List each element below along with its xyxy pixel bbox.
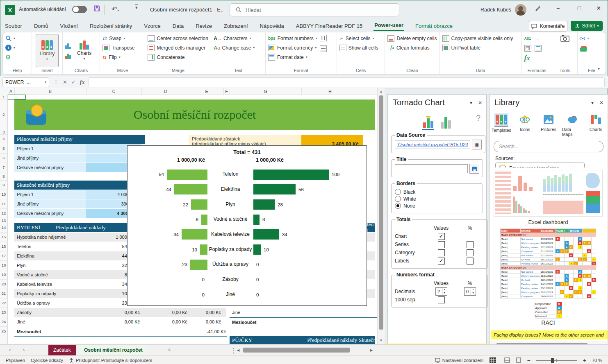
menu-tab-n-pov-da[interactable]: Nápověda — [259, 21, 285, 31]
close-icon[interactable]: ✕ — [599, 100, 603, 106]
fx-icon[interactable]: fx — [524, 54, 530, 62]
delete-empty-cells-button[interactable]: Delete empty cells — [387, 34, 437, 43]
template-preview-dashboard[interactable] — [494, 170, 603, 217]
row-label[interactable]: Příjem 1 — [14, 144, 89, 153]
vertical-scrollbar[interactable]: ▲ ▼ — [377, 88, 385, 344]
characters-button[interactable]: A→Characters▾ — [214, 34, 255, 43]
menu-tab-vlo-en[interactable]: Vložení — [59, 21, 79, 31]
send-mail-button[interactable]: ✉▾ — [580, 34, 589, 43]
maximize-button[interactable]: □ — [570, 0, 589, 16]
column-header-C[interactable]: C — [86, 88, 142, 95]
cancel-icon[interactable]: ✕ — [63, 79, 67, 85]
column-header-D[interactable]: D — [141, 88, 190, 95]
help-search-button[interactable]: ▾ — [5, 34, 15, 43]
menu-tab-data[interactable]: Data — [172, 21, 184, 31]
dots-icon[interactable]: ⋮ — [230, 347, 237, 355]
zoom-slider-thumb[interactable] — [551, 358, 554, 363]
menu-tab-zobrazen[interactable]: Zobrazení — [223, 21, 249, 31]
format-date-button[interactable]: Format date▾ — [268, 53, 317, 61]
copy-paste-visible-cells-button[interactable]: Copy-paste visible cells only — [442, 34, 513, 43]
name-box[interactable]: POWER_... ▾ — [2, 77, 49, 87]
unpivot-table-button[interactable]: UnPivot table — [442, 43, 513, 52]
row-label[interactable]: Jiné příjmy — [14, 154, 89, 163]
format-columns-button[interactable] — [320, 35, 327, 41]
tornado-chart-object[interactable]: Total = 431 1 000,00 Kč 1 000,00 Kč 54Te… — [127, 145, 367, 306]
flip-button[interactable]: ⇆Flip▾ — [102, 53, 134, 61]
menu-tab-soubor[interactable]: Soubor — [4, 21, 23, 31]
show-all-cells-button[interactable]: Show all cells — [339, 43, 378, 52]
format-currency-button[interactable]: Format currency▾ — [268, 43, 317, 52]
column-header-B[interactable]: B — [14, 88, 87, 95]
menu-tab-rozlo-en-str-nky[interactable]: Rozložení stránky — [89, 21, 133, 31]
format-rows-button[interactable] — [320, 45, 327, 52]
right-table-row[interactable]: Jiné — [230, 308, 378, 317]
category-pct-checkbox[interactable] — [467, 249, 474, 256]
help-info-button[interactable]: i ▾ — [5, 43, 15, 52]
series-pct-checkbox[interactable] — [467, 241, 474, 248]
help-icon[interactable]: ? — [476, 113, 480, 123]
library-tab-pictures[interactable]: Pictures — [538, 113, 559, 137]
category-values-checkbox[interactable] — [438, 249, 445, 256]
center-across-selection-button[interactable]: Center across selection — [148, 34, 208, 43]
border-black-radio[interactable]: Black — [395, 189, 479, 195]
swap-button[interactable]: ⇄Swap▾ — [102, 34, 134, 43]
clipboard-fx-icon[interactable] — [535, 45, 542, 52]
template-preview-raci[interactable]: TASKSTATUSDEADLINETEAM ATEAM B [TASK CAT… — [490, 228, 607, 319]
border-white-radio[interactable]: White — [395, 196, 479, 202]
chart-axes-icon[interactable] — [65, 43, 71, 49]
decimals-values-spinner[interactable]: 2▲▼ — [435, 287, 447, 296]
hscroll-right-icon[interactable]: ▶ — [370, 348, 373, 352]
help-settings-button[interactable]: ⚙ — [5, 53, 15, 61]
undo-icon[interactable]: ↶▾ — [112, 5, 119, 14]
selected-cell[interactable] — [8, 95, 26, 99]
save-icon[interactable] — [93, 5, 100, 14]
grid-view-icon[interactable] — [490, 357, 496, 363]
share-button[interactable]: Sdílet ▾ — [571, 21, 603, 31]
menu-tab-abbyy-finereader-pdf-15[interactable]: ABBYY FineReader PDF 15 — [295, 21, 363, 31]
scroll-up-icon[interactable]: ▲ — [378, 88, 385, 95]
close-button[interactable]: ✕ — [589, 0, 608, 16]
range-picker-button[interactable]: ▦ — [472, 140, 482, 149]
scroll-down-icon[interactable]: ▼ — [378, 337, 385, 344]
status-circular-refs[interactable]: Cyklické odkazy — [31, 358, 63, 363]
labels-values-checkbox[interactable]: ✓ — [438, 258, 445, 265]
enter-icon[interactable]: ✓ — [71, 79, 76, 85]
sheet-nav-left-icon[interactable]: ‹ — [9, 347, 11, 353]
library-tab-icons[interactable]: Icons — [515, 113, 535, 137]
autosave-toggle[interactable] — [72, 6, 87, 13]
page-layout-view-icon[interactable] — [516, 357, 521, 363]
library-tab-charts[interactable]: Charts — [585, 113, 606, 137]
menu-tab-revize[interactable]: Revize — [195, 21, 213, 31]
format-numbers-button[interactable]: bpsFormat numbers▾ — [268, 34, 317, 43]
column-header-H[interactable]: H — [301, 88, 359, 95]
hscroll-left-icon[interactable]: ◀ — [237, 348, 239, 352]
row-label[interactable]: Příjem 1 — [14, 190, 89, 199]
arrow-right-icon[interactable]: → — [534, 35, 540, 41]
change-case-button[interactable]: AaChange case▾ — [214, 43, 255, 52]
normal-view-icon[interactable] — [504, 357, 510, 363]
column-header-E[interactable]: E — [190, 88, 224, 95]
column-header-A[interactable]: A — [7, 88, 15, 95]
collapse-ribbon-button[interactable]: ▾ — [598, 66, 600, 71]
search-input[interactable]: Hledat — [230, 3, 399, 16]
border-none-radio[interactable]: None — [395, 203, 479, 209]
column-header-G[interactable]: G — [230, 88, 302, 95]
transpose-button[interactable]: Transpose — [102, 43, 134, 52]
zoom-out-button[interactable]: − — [527, 357, 531, 364]
merged-cells-manager-button[interactable]: Merged cells manager — [148, 43, 208, 52]
concatenate-button[interactable]: Concatenate — [148, 53, 208, 61]
camera-icon[interactable] — [560, 35, 569, 42]
chart-small-icon[interactable] — [65, 52, 71, 59]
column-header-F[interactable]: F — [223, 88, 230, 95]
add-sheet-button[interactable]: + — [167, 346, 171, 353]
library-search-input[interactable]: Search... — [494, 141, 603, 152]
menu-tab-vzorce[interactable]: Vzorce — [143, 21, 161, 31]
insert-function-icon[interactable]: fx — [80, 79, 85, 86]
save-title-button[interactable] — [469, 164, 479, 174]
labels-pct-checkbox[interactable] — [467, 258, 474, 265]
open-folder-button[interactable] — [580, 45, 589, 53]
chart-values-checkbox[interactable]: ✓ — [438, 233, 445, 240]
sheet-nav-right-icon[interactable]: › — [23, 347, 25, 353]
chart-type-gray-button[interactable] — [440, 114, 452, 129]
customize-quick-access-icon[interactable]: ▾ — [135, 5, 138, 10]
